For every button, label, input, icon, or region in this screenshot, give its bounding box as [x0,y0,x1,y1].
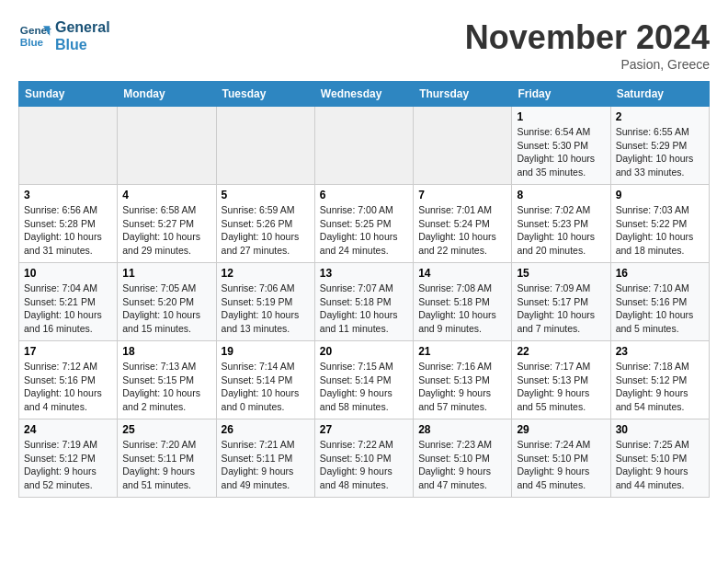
calendar-cell: 23Sunrise: 7:18 AMSunset: 5:12 PMDayligh… [610,341,709,419]
day-number: 28 [418,423,506,436]
day-info: Sunrise: 7:23 AMSunset: 5:10 PMDaylight:… [418,438,506,492]
day-number: 16 [616,267,704,280]
logo-line2: Blue [55,36,110,53]
calendar-cell: 9Sunrise: 7:03 AMSunset: 5:22 PMDaylight… [610,185,709,263]
calendar-cell: 26Sunrise: 7:21 AMSunset: 5:11 PMDayligh… [216,419,314,498]
calendar-cell: 28Sunrise: 7:23 AMSunset: 5:10 PMDayligh… [414,419,512,498]
day-of-week-header: Tuesday [216,82,314,107]
day-info: Sunrise: 7:02 AMSunset: 5:23 PMDaylight:… [517,203,605,258]
day-info: Sunrise: 7:21 AMSunset: 5:11 PMDaylight:… [222,438,310,492]
day-number: 15 [517,267,605,280]
calendar-cell [216,107,314,185]
logo-line1: General [55,18,110,36]
day-number: 4 [122,189,210,201]
calendar-cell: 24Sunrise: 7:19 AMSunset: 5:12 PMDayligh… [19,419,118,498]
calendar-cell: 29Sunrise: 7:24 AMSunset: 5:10 PMDayligh… [512,419,610,498]
calendar-cell: 11Sunrise: 7:05 AMSunset: 5:20 PMDayligh… [118,263,216,341]
calendar-cell: 22Sunrise: 7:17 AMSunset: 5:13 PMDayligh… [512,341,610,419]
day-info: Sunrise: 7:19 AMSunset: 5:12 PMDaylight:… [24,438,112,492]
day-info: Sunrise: 7:01 AMSunset: 5:24 PMDaylight:… [418,203,506,258]
day-number: 17 [24,345,112,358]
calendar-cell: 6Sunrise: 7:00 AMSunset: 5:25 PMDaylight… [314,185,413,263]
calendar-cell: 15Sunrise: 7:09 AMSunset: 5:17 PMDayligh… [512,263,610,341]
day-number: 3 [24,189,112,201]
day-of-week-header: Saturday [610,82,709,107]
calendar-cell: 2Sunrise: 6:55 AMSunset: 5:29 PMDaylight… [610,107,709,185]
day-number: 20 [320,345,408,358]
day-info: Sunrise: 7:07 AMSunset: 5:18 PMDaylight:… [320,282,408,336]
day-number: 1 [517,110,605,123]
calendar-cell: 14Sunrise: 7:08 AMSunset: 5:18 PMDayligh… [414,263,512,341]
calendar-week-row: 1Sunrise: 6:54 AMSunset: 5:30 PMDaylight… [19,107,710,185]
svg-text:Blue: Blue [20,36,44,48]
day-of-week-header: Wednesday [314,82,413,107]
month-title: November 2024 [465,18,710,57]
day-info: Sunrise: 7:03 AMSunset: 5:22 PMDaylight:… [616,203,704,258]
day-number: 30 [616,423,704,436]
calendar-cell [414,107,512,185]
calendar-cell: 16Sunrise: 7:10 AMSunset: 5:16 PMDayligh… [610,263,709,341]
day-info: Sunrise: 7:00 AMSunset: 5:25 PMDaylight:… [320,203,408,258]
day-number: 27 [320,423,408,436]
day-number: 19 [222,345,310,358]
day-number: 13 [320,267,408,280]
calendar-cell: 8Sunrise: 7:02 AMSunset: 5:23 PMDaylight… [512,185,610,263]
day-info: Sunrise: 7:22 AMSunset: 5:10 PMDaylight:… [320,438,408,492]
location: Pasion, Greece [465,57,710,72]
calendar-cell: 17Sunrise: 7:12 AMSunset: 5:16 PMDayligh… [19,341,118,419]
day-info: Sunrise: 7:16 AMSunset: 5:13 PMDaylight:… [418,360,506,414]
day-of-week-header: Sunday [19,82,118,107]
day-info: Sunrise: 6:55 AMSunset: 5:29 PMDaylight:… [616,125,704,179]
day-number: 9 [616,189,704,201]
calendar-cell [118,107,216,185]
day-of-week-header: Monday [118,82,216,107]
calendar-cell [314,107,413,185]
calendar-week-row: 24Sunrise: 7:19 AMSunset: 5:12 PMDayligh… [19,419,710,498]
day-number: 22 [517,345,605,358]
day-of-week-header: Friday [512,82,610,107]
day-info: Sunrise: 6:56 AMSunset: 5:28 PMDaylight:… [24,203,112,258]
day-info: Sunrise: 7:05 AMSunset: 5:20 PMDaylight:… [122,282,210,336]
day-info: Sunrise: 6:58 AMSunset: 5:27 PMDaylight:… [122,203,210,258]
day-number: 5 [222,189,310,201]
calendar-cell: 21Sunrise: 7:16 AMSunset: 5:13 PMDayligh… [414,341,512,419]
calendar-cell: 25Sunrise: 7:20 AMSunset: 5:11 PMDayligh… [118,419,216,498]
day-number: 12 [222,267,310,280]
day-of-week-header: Thursday [414,82,512,107]
calendar-cell: 3Sunrise: 6:56 AMSunset: 5:28 PMDaylight… [19,185,118,263]
day-info: Sunrise: 7:08 AMSunset: 5:18 PMDaylight:… [418,282,506,336]
calendar-cell: 7Sunrise: 7:01 AMSunset: 5:24 PMDaylight… [414,185,512,263]
day-info: Sunrise: 7:25 AMSunset: 5:10 PMDaylight:… [616,438,704,492]
day-info: Sunrise: 7:10 AMSunset: 5:16 PMDaylight:… [616,282,704,336]
calendar-body: 1Sunrise: 6:54 AMSunset: 5:30 PMDaylight… [19,107,710,498]
logo-icon: General Blue [18,19,51,52]
day-info: Sunrise: 7:24 AMSunset: 5:10 PMDaylight:… [517,438,605,492]
day-info: Sunrise: 7:17 AMSunset: 5:13 PMDaylight:… [517,360,605,414]
calendar-header: SundayMondayTuesdayWednesdayThursdayFrid… [19,82,710,107]
day-info: Sunrise: 7:18 AMSunset: 5:12 PMDaylight:… [616,360,704,414]
day-info: Sunrise: 6:59 AMSunset: 5:26 PMDaylight:… [222,203,310,258]
calendar-cell: 4Sunrise: 6:58 AMSunset: 5:27 PMDaylight… [118,185,216,263]
day-info: Sunrise: 7:15 AMSunset: 5:14 PMDaylight:… [320,360,408,414]
day-number: 26 [222,423,310,436]
day-info: Sunrise: 7:14 AMSunset: 5:14 PMDaylight:… [222,360,310,414]
day-number: 25 [122,423,210,436]
day-info: Sunrise: 7:13 AMSunset: 5:15 PMDaylight:… [122,360,210,414]
calendar-cell [19,107,118,185]
day-info: Sunrise: 7:12 AMSunset: 5:16 PMDaylight:… [24,360,112,414]
day-number: 14 [418,267,506,280]
day-number: 11 [122,267,210,280]
calendar-cell: 12Sunrise: 7:06 AMSunset: 5:19 PMDayligh… [216,263,314,341]
calendar-cell: 20Sunrise: 7:15 AMSunset: 5:14 PMDayligh… [314,341,413,419]
logo: General Blue General Blue [18,18,110,53]
calendar-cell: 13Sunrise: 7:07 AMSunset: 5:18 PMDayligh… [314,263,413,341]
day-info: Sunrise: 6:54 AMSunset: 5:30 PMDaylight:… [517,125,605,179]
day-number: 7 [418,189,506,201]
day-number: 18 [122,345,210,358]
day-info: Sunrise: 7:09 AMSunset: 5:17 PMDaylight:… [517,282,605,336]
calendar-cell: 27Sunrise: 7:22 AMSunset: 5:10 PMDayligh… [314,419,413,498]
calendar-cell: 1Sunrise: 6:54 AMSunset: 5:30 PMDaylight… [512,107,610,185]
day-number: 29 [517,423,605,436]
calendar-cell: 10Sunrise: 7:04 AMSunset: 5:21 PMDayligh… [19,263,118,341]
calendar-table: SundayMondayTuesdayWednesdayThursdayFrid… [18,81,710,498]
